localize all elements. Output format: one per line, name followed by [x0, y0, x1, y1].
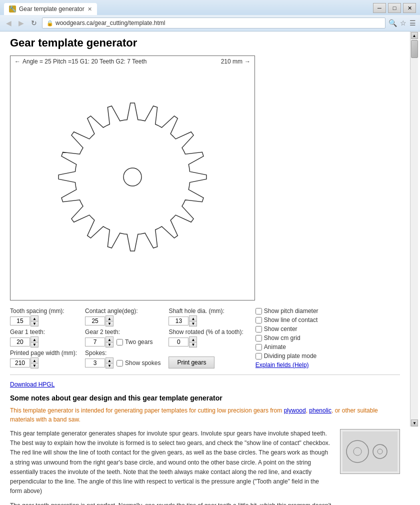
browser-tab[interactable]: 🔧 Gear template generator ✕	[4, 3, 97, 15]
close-button[interactable]: ✕	[403, 3, 416, 13]
spokes-down[interactable]: ▼	[106, 363, 114, 368]
canvas-arrow-right: →	[244, 58, 250, 65]
scroll-up-button[interactable]: ▲	[411, 32, 418, 39]
contact-angle-field[interactable]: 25	[85, 316, 105, 326]
maximize-button[interactable]: □	[388, 3, 401, 13]
notes-text: This gear template generator generates s…	[10, 429, 332, 505]
tooth-spacing-up[interactable]: ▲	[30, 316, 38, 321]
tooth-spacing-label: Tooth spacing (mm):	[10, 308, 77, 314]
thumbnail-svg	[342, 432, 398, 472]
spokes-field[interactable]: 3	[85, 358, 105, 368]
download-hpgl-link[interactable]: Download HPGL	[10, 381, 400, 388]
show-rotated-field[interactable]: 0	[168, 338, 188, 346]
gear2-teeth-down[interactable]: ▼	[106, 342, 114, 348]
back-button[interactable]: ◀	[4, 18, 14, 28]
gear-svg	[42, 87, 222, 267]
show-spokes-checkbox[interactable]	[116, 360, 123, 366]
spokes-spinners: ▲ ▼	[106, 358, 114, 368]
show-spokes-checkbox-row: Show spokes	[116, 360, 160, 366]
contact-angle-down[interactable]: ▼	[106, 321, 114, 326]
search-icon[interactable]: 🔍	[388, 19, 397, 27]
address-bar[interactable]: 🔒 woodgears.ca/gear_cutting/template.htm…	[42, 18, 386, 28]
page-width-label: Printed page width (mm):	[10, 350, 77, 356]
scrollbar[interactable]: ▲ ▼	[410, 32, 418, 426]
notes-body-2: The gear tooth generation is not perfect…	[10, 501, 332, 505]
contact-angle-up[interactable]: ▲	[106, 316, 114, 321]
shaft-hole-field[interactable]: 13	[168, 316, 188, 326]
two-gears-label: Two gears	[125, 338, 152, 346]
divider-1	[10, 374, 400, 375]
controls-col-3: Shaft hole dia. (mm): 13 ▲ ▼ Show rotate…	[168, 308, 251, 368]
tooth-spacing-group: Tooth spacing (mm): 15 ▲ ▼	[10, 308, 77, 326]
tooth-spacing-down[interactable]: ▼	[30, 321, 38, 326]
page-width-up[interactable]: ▲	[30, 358, 38, 363]
show-line-contact-checkbox[interactable]	[256, 317, 262, 324]
scrollbar-thumb[interactable]	[411, 40, 418, 58]
canvas-arrow-left: ←	[14, 58, 20, 65]
plywood-link[interactable]: plywood	[284, 407, 306, 414]
svg-rect-1	[342, 432, 398, 472]
show-line-contact-row: Show line of contact	[256, 316, 318, 324]
show-cm-grid-row: Show cm grid	[256, 334, 318, 342]
tab-favicon: 🔧	[9, 6, 16, 12]
page-width-spinners: ▲ ▼	[30, 358, 38, 368]
shaft-hole-up[interactable]: ▲	[189, 316, 197, 321]
gear1-teeth-input: 20 ▲ ▼	[10, 336, 77, 348]
show-pitch-diameter-checkbox[interactable]	[256, 308, 262, 314]
dividing-plate-checkbox[interactable]	[256, 353, 262, 360]
refresh-button[interactable]: ↻	[29, 18, 39, 28]
gear1-teeth-down[interactable]: ▼	[30, 342, 38, 348]
spokes-up[interactable]: ▲	[106, 358, 114, 363]
gear1-teeth-group: Gear 1 teeth: 20 ▲ ▼	[10, 328, 77, 348]
show-rotated-spinners: ▲ ▼	[189, 336, 197, 348]
minimize-button[interactable]: ─	[373, 3, 386, 13]
shaft-hole-label: Shaft hole dia. (mm):	[168, 308, 243, 314]
page-width-down[interactable]: ▼	[30, 363, 38, 368]
menu-icon[interactable]: ☰	[410, 19, 416, 27]
tooth-spacing-spinners: ▲ ▼	[30, 316, 38, 326]
gear1-teeth-field[interactable]: 20	[10, 338, 30, 346]
dividing-plate-label: Dividing plate mode	[264, 352, 316, 360]
gear2-teeth-group: Gear 2 teeth: 7 ▲ ▼	[85, 328, 160, 348]
gear2-teeth-up[interactable]: ▲	[106, 336, 114, 342]
gear1-teeth-spinners: ▲ ▼	[30, 336, 38, 348]
gear1-teeth-up[interactable]: ▲	[30, 336, 38, 342]
contact-angle-input: 25 ▲ ▼	[85, 316, 160, 326]
dividing-plate-row: Dividing plate mode	[256, 352, 318, 360]
contact-angle-label: Contact angle(deg):	[85, 308, 160, 314]
shaft-hole-down[interactable]: ▼	[189, 321, 197, 326]
two-gears-checkbox-row: Two gears	[116, 338, 152, 346]
controls-col-1: Tooth spacing (mm): 15 ▲ ▼ Gear 1 teeth:	[10, 308, 85, 368]
show-rotated-up[interactable]: ▲	[189, 336, 197, 342]
gear2-teeth-field[interactable]: 7	[85, 338, 105, 346]
show-rotated-input: 0 ▲ ▼	[168, 336, 243, 348]
spokes-label: Spokes:	[85, 350, 160, 356]
forward-button[interactable]: ▶	[16, 18, 26, 28]
show-rotated-group: Show rotated (% of a tooth): 0 ▲ ▼	[168, 328, 243, 348]
phenolic-link[interactable]: phenolic	[309, 407, 332, 414]
page-width-input: 210 ▲ ▼	[10, 358, 77, 368]
show-spokes-label: Show spokes	[125, 360, 160, 366]
animate-label: Animate	[264, 344, 286, 350]
show-rotated-label: Show rotated (% of a tooth):	[168, 328, 243, 336]
explain-fields-link[interactable]: Explain fields (Help)	[256, 362, 318, 368]
bookmark-icon[interactable]: ☆	[400, 19, 406, 27]
show-cm-grid-checkbox[interactable]	[256, 335, 262, 342]
scroll-down-button[interactable]: ▼	[411, 420, 418, 426]
show-rotated-down[interactable]: ▼	[189, 342, 197, 348]
page-content: Gear template generator ← Angle = 25 Pit…	[0, 32, 410, 505]
print-gears-button[interactable]: Print gears	[168, 356, 214, 368]
notes-body-1: This gear template generator generates s…	[10, 429, 332, 496]
shaft-hole-spinners: ▲ ▼	[189, 316, 197, 326]
page-width-field[interactable]: 210	[10, 358, 30, 368]
nav-bar: ◀ ▶ ↻ 🔒 woodgears.ca/gear_cutting/templa…	[0, 15, 420, 32]
canvas-size: 210 mm	[221, 58, 242, 65]
canvas-header: ← Angle = 25 Pitch =15 G1: 20 Teeth G2: …	[10, 56, 254, 67]
show-center-checkbox[interactable]	[256, 326, 262, 332]
tooth-spacing-field[interactable]: 15	[10, 316, 30, 326]
animate-checkbox[interactable]	[256, 344, 262, 350]
browser-window: 🔧 Gear template generator ✕ ─ □ ✕ ◀ ▶ ↻ …	[0, 0, 420, 505]
tab-close-button[interactable]: ✕	[88, 6, 92, 12]
controls-col-2: Contact angle(deg): 25 ▲ ▼ Gear 2 teeth:	[85, 308, 168, 368]
two-gears-checkbox[interactable]	[116, 339, 123, 346]
